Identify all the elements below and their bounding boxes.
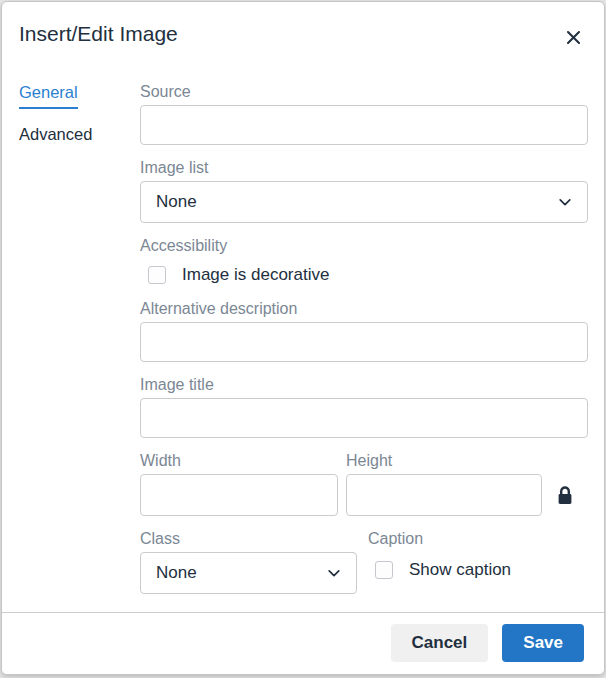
dimensions-row: Width Height: [140, 451, 588, 516]
image-title-label: Image title: [140, 375, 588, 395]
class-field: Class None: [140, 529, 357, 594]
tab-nav: General Advanced: [19, 82, 140, 607]
lock-icon: [556, 485, 574, 506]
accessibility-label: Accessibility: [140, 236, 588, 256]
caption-field: Caption Show caption: [367, 529, 588, 587]
save-button[interactable]: Save: [502, 624, 584, 662]
source-field: Source: [140, 82, 588, 145]
source-label: Source: [140, 82, 588, 102]
height-label: Height: [346, 451, 542, 471]
width-field: Width: [140, 451, 338, 516]
class-caption-row: Class None Caption Show caption: [140, 529, 588, 594]
alt-description-label: Alternative description: [140, 299, 588, 319]
dialog-title: Insert/Edit Image: [19, 20, 178, 48]
image-list-select[interactable]: None: [140, 181, 588, 223]
image-title-input[interactable]: [140, 398, 588, 438]
class-selected-value: None: [156, 563, 197, 583]
width-label: Width: [140, 451, 338, 471]
decorative-checkbox-row[interactable]: Image is decorative: [140, 264, 588, 286]
alt-description-field: Alternative description: [140, 299, 588, 362]
tab-general-label: General: [19, 83, 78, 109]
accessibility-field: Accessibility Image is decorative: [140, 236, 588, 286]
dialog-footer: Cancel Save: [2, 612, 604, 674]
source-input[interactable]: [140, 105, 588, 145]
height-input[interactable]: [346, 474, 542, 516]
insert-edit-image-dialog: Insert/Edit Image General Advanced Sourc…: [1, 1, 605, 675]
close-button[interactable]: [558, 22, 588, 52]
caption-label: Caption: [368, 529, 588, 549]
dialog-body: General Advanced Source Image list None: [2, 52, 604, 607]
constrain-proportions-button[interactable]: [550, 480, 580, 510]
dialog-header: Insert/Edit Image: [2, 2, 604, 52]
alt-description-input[interactable]: [140, 322, 588, 362]
tab-general[interactable]: General: [19, 83, 140, 109]
image-form: Source Image list None Accessibility Ima…: [140, 82, 588, 607]
class-select[interactable]: None: [140, 552, 357, 594]
show-caption-checkbox-label: Show caption: [409, 559, 511, 581]
width-input[interactable]: [140, 474, 338, 516]
image-list-selected-value: None: [156, 192, 197, 212]
show-caption-checkbox[interactable]: [375, 561, 393, 579]
tab-advanced-label: Advanced: [19, 125, 92, 149]
show-caption-checkbox-row[interactable]: Show caption: [368, 559, 588, 581]
chevron-down-icon: [558, 195, 572, 209]
chevron-down-icon: [327, 566, 341, 580]
image-list-label: Image list: [140, 158, 588, 178]
close-icon: [565, 29, 582, 46]
decorative-checkbox-label: Image is decorative: [182, 264, 329, 286]
cancel-button[interactable]: Cancel: [391, 624, 489, 662]
image-title-field: Image title: [140, 375, 588, 438]
image-list-field: Image list None: [140, 158, 588, 223]
constrain-proportions-zone: [542, 474, 588, 516]
height-field: Height: [346, 451, 542, 516]
tab-advanced[interactable]: Advanced: [19, 125, 140, 149]
decorative-checkbox[interactable]: [148, 266, 166, 284]
class-label: Class: [140, 529, 357, 549]
